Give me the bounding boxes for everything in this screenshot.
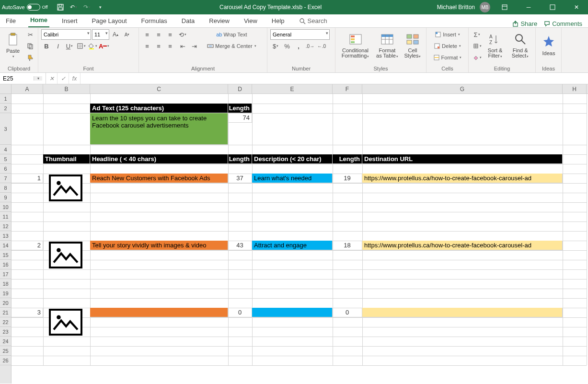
row-header-10[interactable]: 10 (0, 202, 11, 212)
row-header-13[interactable]: 13 (0, 231, 11, 241)
cell-url-1[interactable]: https://www.protellus.ca/how-to-create-f… (362, 174, 563, 183)
format-cells-button[interactable]: Format▾ (429, 52, 465, 63)
copy-icon[interactable] (25, 41, 35, 51)
row-header-6[interactable]: 6 (0, 164, 11, 174)
tab-page-layout[interactable]: Page Layout (90, 15, 129, 27)
decrease-font-icon[interactable]: A▾ (122, 29, 132, 40)
orientation-icon[interactable]: ⟲▾ (177, 29, 188, 40)
cell-headline-2[interactable]: Tell your story vividly with images & vi… (90, 241, 228, 250)
insert-cells-button[interactable]: Insert▾ (429, 29, 465, 40)
maximize-icon[interactable] (543, 0, 562, 14)
cell-headline-1[interactable]: Reach New Customers with Facebook Ads (90, 174, 228, 183)
row-header-4[interactable]: 4 (0, 145, 11, 154)
row-header-20[interactable]: 20 (0, 298, 11, 308)
underline-icon[interactable]: U▾ (64, 41, 75, 51)
col-header-B[interactable]: B (43, 84, 90, 93)
row-header-17[interactable]: 17 (0, 269, 11, 279)
wrap-text-button[interactable]: abWrap Text (205, 29, 258, 40)
row-header-3[interactable]: 3 (0, 113, 11, 145)
merge-center-button[interactable]: Merge & Center▾ (205, 41, 258, 51)
col-header-E[interactable]: E (252, 84, 333, 93)
ideas-button[interactable]: Ideas (539, 29, 559, 61)
close-icon[interactable]: ✕ (567, 0, 586, 14)
decrease-decimal-icon[interactable]: ←.0 (316, 41, 327, 51)
cell-hdr-url[interactable]: Destination URL (362, 154, 563, 164)
user-avatar[interactable]: MB (480, 2, 490, 12)
fill-icon[interactable]: ▾ (472, 41, 482, 51)
increase-font-icon[interactable]: A▴ (110, 29, 121, 40)
fill-color-icon[interactable]: ▾ (87, 41, 98, 51)
tab-data[interactable]: Data (180, 15, 196, 27)
row-header-7[interactable]: 7 (0, 174, 11, 183)
select-all-corner[interactable] (0, 84, 12, 94)
row-header-14[interactable]: 14 (0, 241, 11, 250)
sort-filter-button[interactable]: AZ Sort & Filter▾ (484, 29, 506, 61)
autosum-icon[interactable]: Σ▾ (472, 29, 482, 40)
percent-icon[interactable]: % (282, 41, 292, 51)
bold-icon[interactable]: B (41, 41, 52, 51)
align-bottom-icon[interactable]: ≡ (165, 29, 175, 40)
save-icon[interactable] (57, 3, 64, 11)
increase-decimal-icon[interactable]: .0→ (305, 41, 315, 51)
cell-len-hdr[interactable]: Length (228, 104, 252, 113)
decrease-indent-icon[interactable]: ⇤ (177, 41, 188, 51)
cell-styles-button[interactable]: Cell Styles▾ (402, 29, 423, 61)
col-header-C[interactable]: C (90, 84, 228, 93)
qat-customize-icon[interactable]: ▾ (97, 3, 104, 11)
conditional-formatting-button[interactable]: Conditional Formatting▾ (338, 29, 372, 61)
cell-adtext[interactable]: Learn the 10 steps you can take to creat… (90, 113, 228, 145)
thumbnail-placeholder-2[interactable] (49, 242, 82, 268)
align-center-icon[interactable]: ≡ (153, 41, 164, 51)
cell-hdr-len2[interactable]: Length (333, 154, 362, 164)
font-color-icon[interactable]: A▾ (99, 41, 109, 51)
number-format-select[interactable] (270, 29, 330, 40)
accounting-icon[interactable]: $▾ (270, 41, 281, 51)
row-header-19[interactable]: 19 (0, 289, 11, 298)
cell-url-2[interactable]: https://www.protellus.ca/how-to-create-f… (362, 241, 563, 250)
increase-indent-icon[interactable]: ⇥ (189, 41, 199, 51)
tab-help[interactable]: Help (270, 15, 287, 27)
cell-desc-1[interactable]: Learn what's needed (252, 174, 333, 183)
row-header-5[interactable]: 5 (0, 154, 11, 164)
align-top-icon[interactable]: ≡ (142, 29, 152, 40)
row-header-12[interactable]: 12 (0, 221, 11, 231)
find-select-button[interactable]: Find & Select▾ (508, 29, 532, 61)
cell-num-1[interactable]: 1 (12, 174, 43, 183)
name-box[interactable] (0, 75, 34, 82)
cell-adtext-hdr[interactable]: Ad Text (125 characters) (90, 104, 228, 113)
tab-review[interactable]: Review (207, 15, 231, 27)
row-header-25[interactable]: 25 (0, 346, 11, 356)
row-header-22[interactable]: 22 (0, 317, 11, 327)
paste-button[interactable]: Paste▾ (3, 29, 23, 61)
col-header-H[interactable]: H (563, 84, 587, 93)
cell-headline-3[interactable] (90, 308, 228, 317)
tab-file[interactable]: File (4, 15, 18, 27)
cell-hlen-3[interactable]: 0 (228, 308, 252, 317)
align-middle-icon[interactable]: ≡ (153, 29, 164, 40)
cell-url-3[interactable] (362, 308, 563, 317)
row-header-9[interactable]: 9 (0, 193, 11, 202)
formula-input[interactable] (81, 73, 588, 84)
comma-icon[interactable]: , (293, 41, 304, 51)
col-header-F[interactable]: F (333, 84, 362, 93)
row-header-24[interactable]: 24 (0, 337, 11, 346)
tab-home[interactable]: Home (28, 14, 49, 27)
italic-icon[interactable]: I (53, 41, 63, 51)
thumbnail-placeholder-3[interactable] (49, 309, 82, 336)
row-header-21[interactable]: 21 (0, 308, 11, 317)
cell-dlen-1[interactable]: 19 (333, 174, 362, 183)
tab-formulas[interactable]: Formulas (139, 15, 169, 27)
ribbon-display-icon[interactable] (495, 0, 514, 14)
minimize-icon[interactable]: ─ (519, 0, 538, 14)
cell-num-3[interactable]: 3 (12, 308, 43, 317)
align-right-icon[interactable]: ≡ (165, 41, 175, 51)
tab-view[interactable]: View (242, 15, 259, 27)
font-name-select[interactable] (41, 29, 91, 40)
row-header-1[interactable]: 1 (0, 94, 11, 104)
col-header-A[interactable]: A (12, 84, 43, 93)
clear-icon[interactable]: ▾ (472, 52, 482, 63)
name-box-dropdown[interactable]: ▾ (34, 76, 42, 81)
autosave-toggle[interactable]: AutoSave Off (2, 4, 48, 11)
undo-icon[interactable]: ↶▾ (70, 3, 78, 11)
cell-dlen-3[interactable]: 0 (333, 308, 362, 317)
